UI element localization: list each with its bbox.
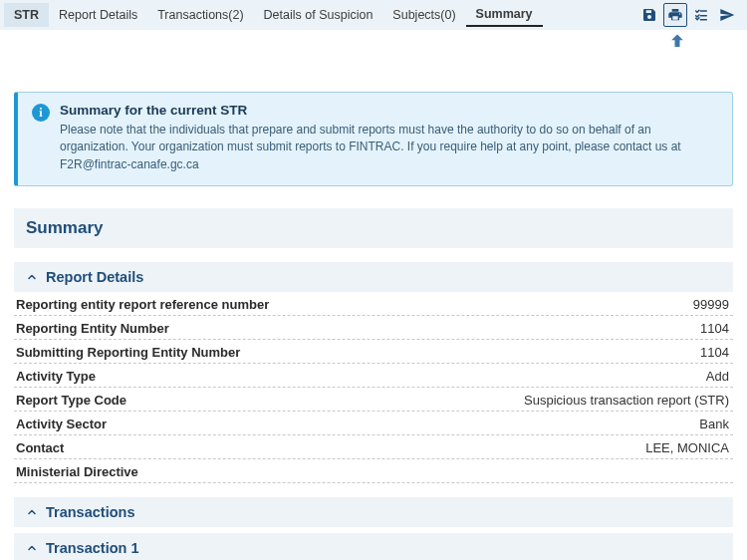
field-row: Reporting Entity Number 1104 [14,316,733,340]
report-details-fields: Reporting entity report reference number… [14,292,733,483]
field-row: Report Type Code Suspicious transaction … [14,388,733,412]
chevron-up-icon [24,271,40,283]
field-value: 1104 [700,321,733,336]
section-header-label: Transaction 1 [46,540,138,556]
info-banner: i Summary for the current STR Please not… [14,92,733,186]
save-button[interactable] [637,3,661,27]
chevron-up-icon [24,542,40,554]
field-value: Add [706,369,733,384]
field-row: Ministerial Directive [14,459,733,483]
field-row: Reporting entity report reference number… [14,292,733,316]
field-label: Contact [14,440,645,455]
info-icon: i [32,104,50,122]
field-label: Ministerial Directive [14,464,729,479]
field-row: Activity Type Add [14,364,733,388]
checklist-icon [693,7,709,23]
chevron-up-icon [24,506,40,518]
field-value: 1104 [700,345,733,360]
field-row: Submitting Reporting Entity Number 1104 [14,340,733,364]
print-button[interactable] [663,3,687,27]
print-icon [667,7,683,23]
page-title: Summary [14,208,733,248]
field-value: 99999 [693,297,733,312]
send-icon [719,7,735,23]
tab-transactions[interactable]: Transactions(2) [147,4,253,26]
send-button[interactable] [715,3,739,27]
callout-arrow [667,32,687,52]
field-label: Activity Sector [14,417,699,431]
field-label: Activity Type [14,369,706,384]
field-row: Contact LEE, MONICA [14,435,733,459]
tab-details-of-suspicion[interactable]: Details of Suspicion [254,4,383,26]
field-label: Reporting entity report reference number [14,297,693,312]
tab-report-details[interactable]: Report Details [49,4,147,26]
field-value: Suspicious transaction report (STR) [524,393,733,408]
checklist-button[interactable] [689,3,713,27]
field-label: Reporting Entity Number [14,321,700,336]
toolbar-icons [637,3,739,27]
section-header-label: Transactions [46,504,134,520]
field-row: Activity Sector Bank [14,412,733,435]
section-header-transaction-1[interactable]: Transaction 1 [14,533,733,560]
tab-str[interactable]: STR [4,3,49,27]
field-value: LEE, MONICA [645,440,733,455]
save-icon [641,7,657,23]
field-label: Report Type Code [14,393,524,408]
field-value: Bank [699,417,733,431]
tab-subjects[interactable]: Subjects(0) [382,4,465,26]
tab-bar: STR Report Details Transactions(2) Detai… [0,0,747,30]
section-header-transactions[interactable]: Transactions [14,497,733,527]
field-label: Submitting Reporting Entity Number [14,345,700,360]
banner-title: Summary for the current STR [60,103,718,118]
banner-text: Please note that the individuals that pr… [60,122,718,173]
section-header-label: Report Details [46,269,143,285]
tab-summary[interactable]: Summary [466,3,543,27]
section-header-report-details[interactable]: Report Details [14,262,733,292]
